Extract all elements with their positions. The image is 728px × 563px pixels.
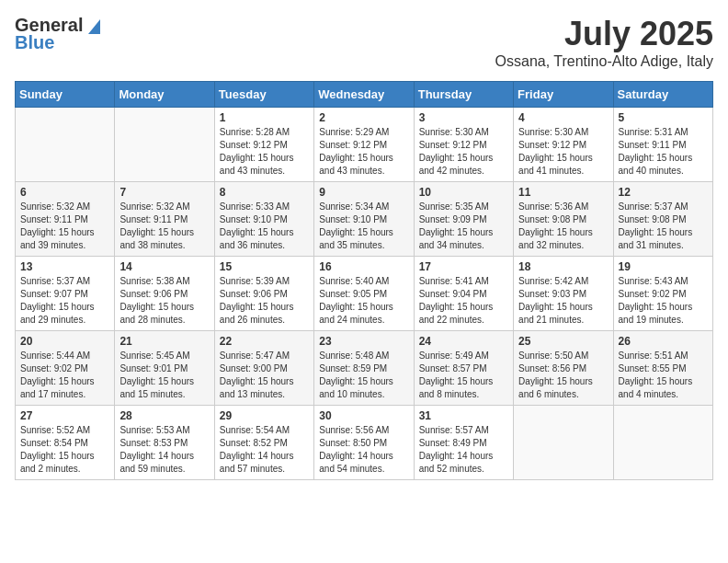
calendar-cell: 5 Sunrise: 5:31 AM Sunset: 9:11 PM Dayli… [613, 108, 712, 182]
sunrise-text: Sunrise: 5:32 AM [119, 201, 189, 212]
calendar-cell: 20 Sunrise: 5:44 AM Sunset: 9:02 PM Dayl… [16, 331, 115, 406]
sunrise-text: Sunrise: 5:36 AM [518, 201, 588, 212]
cell-content: Sunrise: 5:44 AM Sunset: 9:02 PM Dayligh… [20, 350, 109, 401]
calendar-cell: 31 Sunrise: 5:57 AM Sunset: 8:49 PM Dayl… [414, 406, 513, 480]
sunset-text: Sunset: 9:12 PM [419, 140, 487, 150]
daylight-text: Daylight: 15 hours and 42 minutes. [419, 153, 494, 176]
sunrise-text: Sunrise: 5:33 AM [220, 201, 290, 212]
sunset-text: Sunset: 9:04 PM [419, 289, 487, 299]
cell-content: Sunrise: 5:32 AM Sunset: 9:11 PM Dayligh… [119, 201, 209, 252]
sunrise-text: Sunrise: 5:30 AM [518, 127, 588, 137]
daylight-text: Daylight: 15 hours and 24 minutes. [319, 302, 393, 325]
cell-content: Sunrise: 5:54 AM Sunset: 8:52 PM Dayligh… [220, 424, 309, 476]
day-number: 23 [319, 335, 408, 348]
daylight-text: Daylight: 15 hours and 6 minutes. [518, 376, 593, 399]
sunrise-text: Sunrise: 5:34 AM [319, 201, 389, 212]
calendar-header-row: SundayMondayTuesdayWednesdayThursdayFrid… [16, 82, 713, 108]
sunset-text: Sunset: 8:50 PM [319, 438, 387, 448]
logo-triangle-icon [84, 17, 100, 34]
sunset-text: Sunset: 9:12 PM [518, 140, 586, 150]
sunset-text: Sunset: 9:00 PM [220, 363, 288, 373]
calendar-cell: 12 Sunrise: 5:37 AM Sunset: 9:08 PM Dayl… [613, 182, 712, 257]
sunrise-text: Sunrise: 5:28 AM [220, 127, 290, 137]
sunrise-text: Sunrise: 5:48 AM [319, 350, 389, 361]
calendar-cell: 9 Sunrise: 5:34 AM Sunset: 9:10 PM Dayli… [314, 182, 414, 257]
day-number: 12 [619, 186, 708, 199]
sunset-text: Sunset: 8:55 PM [619, 363, 687, 373]
sunset-text: Sunset: 9:12 PM [319, 140, 387, 150]
daylight-text: Daylight: 15 hours and 35 minutes. [319, 227, 393, 250]
calendar-cell: 26 Sunrise: 5:51 AM Sunset: 8:55 PM Dayl… [613, 331, 712, 406]
sunrise-text: Sunrise: 5:29 AM [319, 127, 389, 137]
calendar-day-header: Sunday [16, 82, 115, 108]
cell-content: Sunrise: 5:38 AM Sunset: 9:06 PM Dayligh… [119, 275, 209, 327]
calendar-day-header: Wednesday [314, 82, 414, 108]
calendar-cell: 18 Sunrise: 5:42 AM Sunset: 9:03 PM Dayl… [514, 257, 613, 331]
sunset-text: Sunset: 9:10 PM [220, 214, 288, 224]
day-number: 18 [518, 260, 608, 273]
calendar-cell: 27 Sunrise: 5:52 AM Sunset: 8:54 PM Dayl… [16, 406, 115, 480]
calendar-cell: 15 Sunrise: 5:39 AM Sunset: 9:06 PM Dayl… [214, 257, 313, 331]
cell-content: Sunrise: 5:40 AM Sunset: 9:05 PM Dayligh… [319, 275, 408, 327]
cell-content: Sunrise: 5:45 AM Sunset: 9:01 PM Dayligh… [119, 350, 209, 401]
daylight-text: Daylight: 15 hours and 34 minutes. [419, 227, 494, 250]
daylight-text: Daylight: 15 hours and 8 minutes. [419, 376, 494, 399]
day-number: 14 [119, 260, 209, 273]
calendar-cell [115, 108, 214, 182]
calendar-cell: 1 Sunrise: 5:28 AM Sunset: 9:12 PM Dayli… [214, 108, 313, 182]
day-number: 29 [220, 409, 309, 422]
daylight-text: Daylight: 15 hours and 43 minutes. [319, 153, 393, 176]
sunset-text: Sunset: 8:53 PM [119, 438, 188, 448]
sunset-text: Sunset: 9:11 PM [119, 214, 188, 224]
cell-content: Sunrise: 5:37 AM Sunset: 9:08 PM Dayligh… [619, 201, 708, 252]
sunrise-text: Sunrise: 5:32 AM [20, 201, 90, 212]
daylight-text: Daylight: 15 hours and 39 minutes. [20, 227, 95, 250]
sunrise-text: Sunrise: 5:37 AM [20, 276, 90, 286]
calendar-cell: 14 Sunrise: 5:38 AM Sunset: 9:06 PM Dayl… [115, 257, 214, 331]
sunset-text: Sunset: 9:02 PM [619, 289, 687, 299]
page-header: General Blue July 2025 Ossana, Trentino-… [15, 15, 713, 70]
sunset-text: Sunset: 9:01 PM [119, 363, 188, 373]
cell-content: Sunrise: 5:29 AM Sunset: 9:12 PM Dayligh… [319, 126, 408, 178]
sunrise-text: Sunrise: 5:56 AM [319, 425, 389, 435]
day-number: 21 [119, 335, 209, 348]
calendar-cell: 7 Sunrise: 5:32 AM Sunset: 9:11 PM Dayli… [115, 182, 214, 257]
day-number: 6 [20, 186, 109, 199]
sunset-text: Sunset: 9:10 PM [319, 214, 387, 224]
day-number: 24 [419, 335, 508, 348]
calendar-cell: 4 Sunrise: 5:30 AM Sunset: 9:12 PM Dayli… [514, 108, 613, 182]
sunrise-text: Sunrise: 5:50 AM [518, 350, 588, 361]
sunrise-text: Sunrise: 5:51 AM [619, 350, 688, 361]
cell-content: Sunrise: 5:39 AM Sunset: 9:06 PM Dayligh… [220, 275, 309, 327]
logo-blue-text: Blue [15, 32, 54, 53]
daylight-text: Daylight: 15 hours and 31 minutes. [619, 227, 693, 250]
cell-content: Sunrise: 5:53 AM Sunset: 8:53 PM Dayligh… [119, 424, 209, 476]
sunrise-text: Sunrise: 5:54 AM [220, 425, 290, 435]
day-number: 3 [419, 111, 508, 124]
sunset-text: Sunset: 9:12 PM [220, 140, 288, 150]
daylight-text: Daylight: 15 hours and 19 minutes. [619, 302, 693, 325]
calendar-cell: 11 Sunrise: 5:36 AM Sunset: 9:08 PM Dayl… [514, 182, 613, 257]
calendar-week-row: 20 Sunrise: 5:44 AM Sunset: 9:02 PM Dayl… [16, 331, 713, 406]
sunrise-text: Sunrise: 5:47 AM [220, 350, 290, 361]
sunset-text: Sunset: 9:03 PM [518, 289, 586, 299]
cell-content: Sunrise: 5:52 AM Sunset: 8:54 PM Dayligh… [20, 424, 109, 476]
calendar-week-row: 1 Sunrise: 5:28 AM Sunset: 9:12 PM Dayli… [16, 108, 713, 182]
calendar-cell [514, 406, 613, 480]
sunset-text: Sunset: 8:52 PM [220, 438, 288, 448]
calendar-cell [613, 406, 712, 480]
cell-content: Sunrise: 5:51 AM Sunset: 8:55 PM Dayligh… [619, 350, 708, 401]
cell-content: Sunrise: 5:30 AM Sunset: 9:12 PM Dayligh… [518, 126, 608, 178]
cell-content: Sunrise: 5:43 AM Sunset: 9:02 PM Dayligh… [619, 275, 708, 327]
calendar-cell [16, 108, 115, 182]
daylight-text: Daylight: 15 hours and 41 minutes. [518, 153, 593, 176]
daylight-text: Daylight: 14 hours and 57 minutes. [220, 451, 294, 474]
day-number: 26 [619, 335, 708, 348]
daylight-text: Daylight: 15 hours and 29 minutes. [20, 302, 95, 325]
sunrise-text: Sunrise: 5:49 AM [419, 350, 489, 361]
calendar-cell: 19 Sunrise: 5:43 AM Sunset: 9:02 PM Dayl… [613, 257, 712, 331]
cell-content: Sunrise: 5:41 AM Sunset: 9:04 PM Dayligh… [419, 275, 508, 327]
sunrise-text: Sunrise: 5:39 AM [220, 276, 290, 286]
daylight-text: Daylight: 15 hours and 40 minutes. [619, 153, 693, 176]
logo: General Blue [15, 15, 100, 53]
